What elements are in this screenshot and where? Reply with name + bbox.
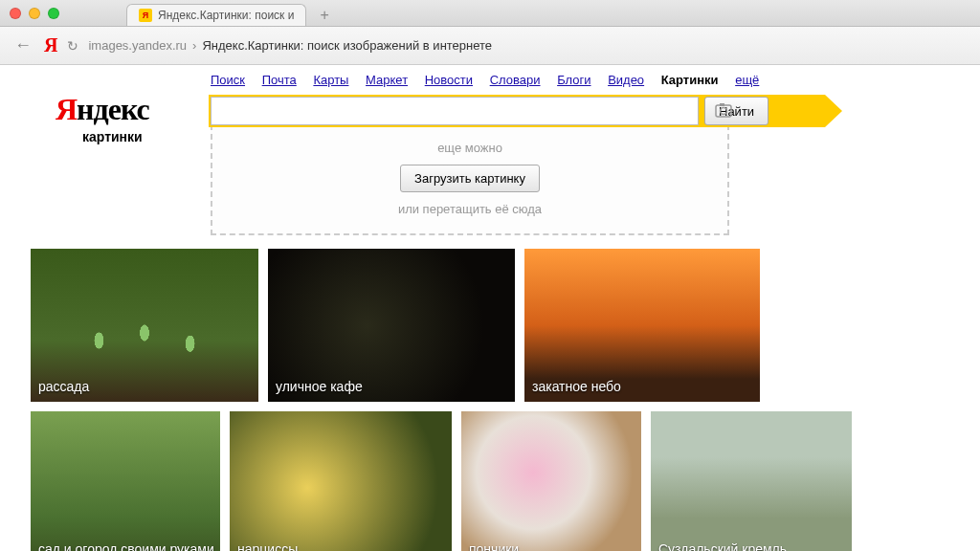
tile-caption: уличное кафе [276,379,363,394]
new-tab-button[interactable]: + [312,5,336,26]
tile-caption: нарциссы [237,541,298,551]
tile-caption: сад и огород своими руками [38,541,214,551]
browser-tab[interactable]: Я Яндекс.Картинки: поиск и [126,4,306,26]
image-tile[interactable]: уличное кафе [268,249,515,402]
tile-caption: закатное небо [532,379,621,394]
upload-hint-top: еще можно [212,141,727,155]
reload-button[interactable]: ↻ [67,38,78,54]
logo-ya: Я [56,92,77,126]
nav-link-search[interactable]: Поиск [211,73,245,87]
search-input[interactable] [211,97,699,125]
tile-caption: Суздальский кремль [658,541,787,551]
favicon-icon: Я [139,9,152,22]
nav-link-dict[interactable]: Словари [490,73,541,87]
nav-link-market[interactable]: Маркет [366,73,408,87]
svg-point-1 [721,108,727,115]
svg-rect-2 [720,103,724,106]
upload-image-button[interactable]: Загрузить картинку [400,165,540,192]
image-tile[interactable]: сад и огород своими руками [31,411,220,551]
upload-panel[interactable]: еще можно Загрузить картинку или перетащ… [211,124,729,235]
image-tile[interactable]: рассада [31,249,258,402]
nav-link-more[interactable]: ещё [735,73,759,87]
browser-titlebar: Я Яндекс.Картинки: поиск и + [0,0,980,27]
service-nav: Поиск Почта Карты Маркет Новости Словари… [211,73,980,87]
address-separator: › [192,38,196,53]
nav-link-maps[interactable]: Карты [313,73,348,87]
address-bar[interactable]: images.yandex.ru › Яндекс.Картинки: поис… [88,38,969,53]
address-host: images.yandex.ru [88,38,187,53]
browser-toolbar: ← Я ↻ images.yandex.ru › Яндекс.Картинки… [0,27,980,65]
window-zoom-icon[interactable] [48,8,59,19]
yandex-home-icon[interactable]: Я [44,34,57,56]
image-tile[interactable]: пончики [461,411,641,551]
tab-title: Яндекс.Картинки: поиск и [158,9,294,22]
tab-strip: Я Яндекс.Картинки: поиск и + [126,0,337,26]
image-tile[interactable]: закатное небо [524,249,760,402]
image-tile[interactable]: Суздальский кремль [651,411,852,551]
logo-rest: ндекс [77,92,149,126]
upload-hint-bottom: или перетащить её сюда [212,202,727,216]
nav-link-video[interactable]: Видео [608,73,644,87]
tile-caption: рассада [38,379,89,394]
nav-link-mail[interactable]: Почта [262,73,297,87]
logo-subtitle: картинки [82,129,149,144]
nav-link-blogs[interactable]: Блоги [557,73,590,87]
image-tile[interactable]: нарциссы [230,411,452,551]
nav-link-news[interactable]: Новости [425,73,473,87]
search-bar: Найти [211,97,823,125]
back-button[interactable]: ← [11,35,34,55]
logo[interactable]: Яндекс картинки [56,92,149,144]
nav-link-images[interactable]: Картинки [661,73,719,87]
tile-caption: пончики [469,541,519,551]
window-minimize-icon[interactable] [29,8,40,19]
image-grid: рассада уличное кафе закатное небо сад и… [0,249,980,551]
address-page-title: Яндекс.Картинки: поиск изображений в инт… [202,38,492,53]
camera-icon[interactable] [715,102,732,121]
window-close-icon[interactable] [10,8,21,19]
